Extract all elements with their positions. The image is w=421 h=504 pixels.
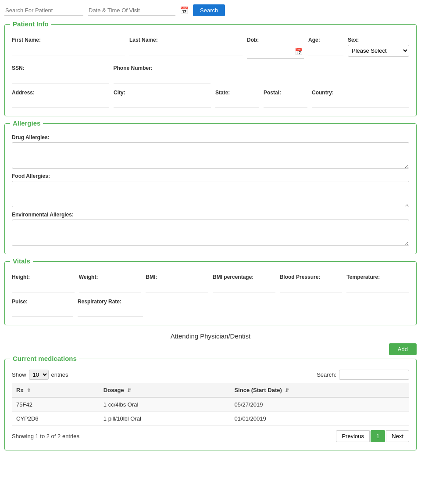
allergies-title: Allergies	[10, 119, 43, 127]
table-search-input[interactable]	[339, 370, 409, 380]
table-row: 75F42 1 cc/4lbs Oral 05/27/2019	[12, 397, 409, 412]
rx-cell: CYP2D6	[12, 412, 99, 426]
dosage-sort-icon: ⇵	[127, 388, 131, 393]
bmi-input[interactable]	[146, 282, 208, 292]
top-bar: 📅 Search	[4, 4, 417, 16]
vitals-row-2: Pulse: Respiratory Rate:	[12, 299, 409, 317]
vitals-title: Vitals	[10, 257, 33, 265]
date-time-input[interactable]	[88, 5, 175, 16]
attending-physician-title: Attending Physician/Dentist	[4, 332, 417, 340]
dob-input[interactable]	[248, 47, 295, 57]
first-name-field: First Name:	[12, 37, 125, 59]
ssn-input[interactable]	[12, 73, 109, 83]
dob-label: Dob:	[247, 37, 304, 43]
last-name-input[interactable]	[129, 45, 243, 55]
blood-pressure-input[interactable]	[280, 282, 343, 292]
allergies-panel: Allergies Drug Allergies: Food Allergies…	[4, 123, 417, 254]
height-label: Height:	[12, 274, 75, 280]
temperature-label: Temperature:	[346, 274, 409, 280]
respiratory-rate-label: Respiratory Rate:	[78, 299, 143, 305]
vitals-spacer	[147, 299, 409, 317]
ssn-label: SSN:	[12, 65, 109, 71]
first-name-input[interactable]	[12, 45, 125, 55]
age-input[interactable]	[308, 45, 343, 55]
medications-table: Rx ⇧ Dosage ⇵ Since (Start Date) ⇵ 75F42…	[12, 383, 409, 426]
city-label: City:	[114, 90, 211, 96]
weight-field: Weight:	[79, 274, 142, 292]
sex-label: Sex:	[348, 37, 409, 43]
patient-info-title: Patient Info	[10, 20, 51, 28]
respiratory-rate-input[interactable]	[78, 306, 143, 317]
table-header-row: Rx ⇧ Dosage ⇵ Since (Start Date) ⇵	[12, 383, 409, 397]
col-dosage[interactable]: Dosage ⇵	[99, 383, 230, 397]
pulse-label: Pulse:	[12, 299, 73, 305]
bmi-percentage-field: BMI percentage:	[213, 274, 275, 292]
last-name-label: Last Name:	[129, 37, 243, 43]
postal-input[interactable]	[264, 97, 307, 108]
address-label: Address:	[12, 90, 109, 96]
drug-allergies-textarea[interactable]	[12, 142, 409, 169]
environmental-allergies-label: Environmental Allergies:	[12, 212, 409, 218]
temperature-input[interactable]	[346, 282, 409, 292]
patient-info-row-2: SSN: Phone Number:	[12, 65, 409, 83]
add-button-row: Add	[4, 343, 417, 355]
drug-allergies-field: Drug Allergies:	[12, 134, 409, 169]
since-sort-icon: ⇵	[285, 388, 289, 393]
first-name-label: First Name:	[12, 37, 125, 43]
start-date-cell: 01/01/20019	[230, 412, 409, 426]
rx-cell: 75F42	[12, 397, 99, 412]
city-input[interactable]	[114, 97, 211, 108]
temperature-field: Temperature:	[346, 274, 409, 292]
dosage-cell: 1 cc/4lbs Oral	[99, 397, 230, 412]
drug-allergies-label: Drug Allergies:	[12, 134, 409, 140]
show-entries-control: Show 10 25 50 entries	[12, 370, 68, 380]
patient-info-panel: Patient Info First Name: Last Name: Dob:…	[4, 24, 417, 116]
address-input[interactable]	[12, 97, 109, 108]
phone-input[interactable]	[114, 73, 211, 83]
height-field: Height:	[12, 274, 75, 292]
postal-label: Postal:	[264, 90, 307, 96]
current-medications-panel: Current medications Show 10 25 50 entrie…	[4, 359, 417, 450]
environmental-allergies-field: Environmental Allergies:	[12, 212, 409, 246]
state-field: State:	[215, 90, 259, 108]
weight-input[interactable]	[79, 282, 142, 292]
page-1-button[interactable]: 1	[371, 430, 385, 442]
next-button[interactable]: Next	[386, 430, 409, 442]
add-button[interactable]: Add	[389, 343, 417, 355]
country-field: Country:	[312, 90, 409, 108]
weight-label: Weight:	[79, 274, 142, 280]
col-rx[interactable]: Rx ⇧	[12, 383, 99, 397]
patient-info-row-3: Address: City: State: Postal: Country:	[12, 90, 409, 108]
country-input[interactable]	[312, 97, 409, 108]
dob-field: Dob: 📅	[247, 37, 304, 59]
current-medications-title: Current medications	[10, 355, 79, 362]
col-rx-label: Rx	[16, 387, 24, 393]
calendar-icon[interactable]: 📅	[180, 6, 189, 14]
start-date-cell: 05/27/2019	[230, 397, 409, 412]
height-input[interactable]	[12, 282, 75, 292]
spacer-1	[215, 65, 409, 83]
pulse-field: Pulse:	[12, 299, 73, 317]
entries-select[interactable]: 10 25 50	[29, 370, 49, 380]
dob-calendar-icon[interactable]: 📅	[295, 48, 303, 56]
blood-pressure-field: Blood Pressure:	[280, 274, 343, 292]
search-button[interactable]: Search	[193, 4, 225, 16]
ssn-field: SSN:	[12, 65, 109, 83]
state-input[interactable]	[215, 97, 259, 108]
phone-label: Phone Number:	[114, 65, 211, 71]
vitals-panel: Vitals Height: Weight: BMI: BMI percenta…	[4, 261, 417, 325]
pulse-input[interactable]	[12, 306, 73, 317]
previous-button[interactable]: Previous	[336, 430, 370, 442]
country-label: Country:	[312, 90, 409, 96]
bmi-percentage-input[interactable]	[213, 282, 275, 292]
environmental-allergies-textarea[interactable]	[12, 220, 409, 246]
search-patient-input[interactable]	[4, 5, 83, 16]
postal-field: Postal:	[264, 90, 307, 108]
bmi-field: BMI:	[146, 274, 208, 292]
sex-select[interactable]: Please Select Male Female	[348, 45, 409, 57]
col-since[interactable]: Since (Start Date) ⇵	[230, 383, 409, 397]
bmi-label: BMI:	[146, 274, 208, 280]
food-allergies-textarea[interactable]	[12, 181, 409, 207]
table-search-control: Search:	[317, 370, 409, 380]
bmi-percentage-label: BMI percentage:	[213, 274, 275, 280]
